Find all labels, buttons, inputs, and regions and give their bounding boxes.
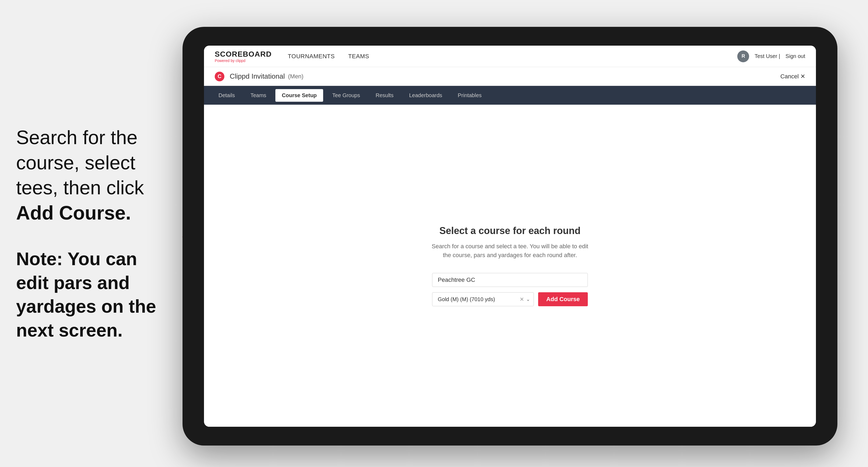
tab-printables[interactable]: Printables xyxy=(452,89,488,102)
tablet-screen: SCOREBOARD Powered by clippd TOURNAMENTS… xyxy=(204,45,816,427)
logo-sub: Powered by clippd xyxy=(215,59,272,63)
tee-select[interactable]: Gold (M) (M) (7010 yds) Blue (M) (M) (65… xyxy=(432,292,534,306)
tab-leaderboards[interactable]: Leaderboards xyxy=(403,89,448,102)
main-content: Select a course for each round Search fo… xyxy=(204,105,816,427)
cancel-button[interactable]: Cancel ✕ xyxy=(780,73,805,80)
course-select-description: Search for a course and select a tee. Yo… xyxy=(429,242,590,259)
nav-link-teams[interactable]: TEAMS xyxy=(348,53,369,60)
logo-text: SCOREBOARD xyxy=(215,50,272,59)
annotation-main: Search for the course, select tees, then… xyxy=(16,125,172,225)
tab-course-setup[interactable]: Course Setup xyxy=(275,89,323,102)
tab-teams[interactable]: Teams xyxy=(244,89,273,102)
tab-tee-groups[interactable]: Tee Groups xyxy=(326,89,366,102)
nav-links: TOURNAMENTS TEAMS xyxy=(288,53,737,60)
annotation-note: Note: You can edit pars and yardages on … xyxy=(16,247,172,342)
tab-details[interactable]: Details xyxy=(212,89,241,102)
logo-area: SCOREBOARD Powered by clippd xyxy=(215,50,272,63)
course-search-input[interactable] xyxy=(432,273,588,287)
add-course-button[interactable]: Add Course xyxy=(538,292,588,306)
top-nav: SCOREBOARD Powered by clippd TOURNAMENTS… xyxy=(204,45,816,67)
annotation-area: Search for the course, select tees, then… xyxy=(0,0,188,467)
user-info: Test User | xyxy=(754,53,780,59)
tournament-title: Clippd Invitational xyxy=(230,72,285,81)
user-avatar: R xyxy=(737,51,749,62)
course-select-title: Select a course for each round xyxy=(439,225,581,237)
sign-out-link[interactable]: Sign out xyxy=(785,53,805,59)
tablet-frame: SCOREBOARD Powered by clippd TOURNAMENTS… xyxy=(183,27,837,445)
tee-clear-icon[interactable]: ✕ xyxy=(520,296,524,303)
tournament-gender: (Men) xyxy=(288,73,303,80)
tee-row: Gold (M) (M) (7010 yds) Blue (M) (M) (65… xyxy=(432,292,588,306)
tab-results[interactable]: Results xyxy=(369,89,400,102)
tee-select-wrapper: Gold (M) (M) (7010 yds) Blue (M) (M) (65… xyxy=(432,292,534,306)
tab-bar: Details Teams Course Setup Tee Groups Re… xyxy=(204,86,816,105)
nav-link-tournaments[interactable]: TOURNAMENTS xyxy=(288,53,335,60)
annotation-bold: Add Course. xyxy=(16,202,131,224)
tournament-header: C Clippd Invitational (Men) Cancel ✕ xyxy=(204,67,816,86)
nav-right: R Test User | Sign out xyxy=(737,51,805,62)
tournament-icon: C xyxy=(215,72,224,81)
